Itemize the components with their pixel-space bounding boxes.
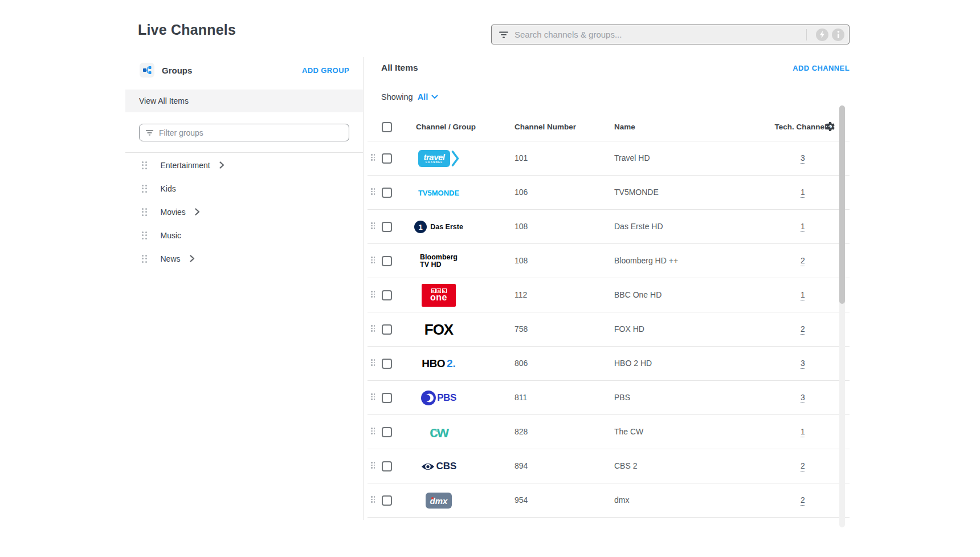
groups-tree-icon	[140, 63, 154, 78]
tech-channels-link[interactable]: 2	[801, 461, 805, 471]
row-checkbox[interactable]	[382, 222, 392, 232]
tech-channels-link[interactable]: 3	[801, 359, 805, 369]
table-row[interactable]: PBS 811 PBS 3	[368, 381, 850, 415]
group-item[interactable]: Movies	[125, 200, 363, 223]
table-row[interactable]: 1Das Erste 108 Das Erste HD 1	[368, 210, 850, 244]
row-checkbox[interactable]	[382, 153, 392, 164]
tech-channels-link[interactable]: 1	[801, 427, 805, 437]
drag-handle-icon[interactable]	[371, 496, 375, 503]
group-item[interactable]: News	[125, 247, 363, 270]
live-channels-page: Live Channels Group	[0, 0, 980, 557]
chevron-right-icon[interactable]	[195, 208, 200, 216]
tech-channels-link[interactable]: 2	[801, 324, 805, 335]
search-bar[interactable]	[491, 25, 850, 44]
channel-number-cell: 758	[514, 324, 528, 334]
group-item[interactable]: Kids	[125, 177, 363, 200]
table-row[interactable]: TV5MONDE 106 TV5MONDE 1	[368, 176, 850, 210]
drag-handle-icon[interactable]	[371, 393, 375, 400]
scrollbar[interactable]	[839, 105, 845, 527]
channel-number-cell: 811	[514, 393, 527, 402]
row-checkbox[interactable]	[382, 393, 392, 403]
drag-handle-icon[interactable]	[371, 291, 375, 298]
table-row[interactable]: cwTHE 828 The CW 1	[368, 415, 850, 449]
tech-channels-link[interactable]: 2	[801, 256, 805, 266]
channel-logo: travelCHANNEL	[412, 141, 466, 176]
channels-table: Channel / Group Channel Number Name Tech…	[368, 113, 850, 518]
filter-groups-field[interactable]	[139, 124, 349, 141]
group-item-label: Movies	[161, 208, 186, 217]
table-row[interactable]: CBS 894 CBS 2 2	[368, 449, 850, 483]
channel-logo: TV5MONDE	[412, 176, 466, 210]
tech-channels-link[interactable]: 3	[801, 393, 805, 403]
group-item[interactable]: Music	[125, 223, 363, 247]
channel-logo: BBCone	[412, 278, 466, 312]
showing-label: Showing	[381, 92, 413, 101]
groups-title: Groups	[162, 66, 192, 75]
drag-handle-icon[interactable]	[142, 208, 147, 216]
table-body: travelCHANNEL 101 Travel HD 3 TV5MONDE 1…	[368, 141, 850, 518]
channel-name-cell: FOX HD	[614, 324, 644, 334]
drag-handle-icon[interactable]	[371, 222, 375, 229]
drag-handle-icon[interactable]	[371, 462, 375, 469]
channel-number-cell: 806	[514, 359, 528, 368]
group-item-label: News	[161, 254, 181, 263]
row-checkbox[interactable]	[382, 461, 392, 471]
row-checkbox[interactable]	[382, 495, 392, 506]
chevron-right-icon[interactable]	[190, 255, 195, 262]
tech-channels-link[interactable]: 1	[801, 188, 805, 198]
channel-logo: cwTHE	[412, 415, 466, 449]
channel-number-cell: 112	[514, 290, 527, 299]
row-checkbox[interactable]	[382, 290, 392, 300]
channel-number-cell: 954	[514, 495, 528, 505]
panel-divider	[363, 57, 364, 520]
tech-channels-link[interactable]: 2	[801, 495, 805, 506]
row-checkbox[interactable]	[382, 359, 392, 369]
drag-handle-icon[interactable]	[371, 325, 375, 332]
channel-name-cell: Travel HD	[614, 153, 650, 162]
drag-handle-icon[interactable]	[371, 428, 375, 434]
chevron-right-icon[interactable]	[219, 161, 224, 169]
channel-logo: HBO2.	[412, 347, 466, 381]
gear-icon[interactable]	[824, 121, 836, 135]
lightning-icon[interactable]	[816, 29, 828, 41]
row-checkbox[interactable]	[382, 324, 392, 335]
chevron-down-icon[interactable]	[431, 95, 438, 99]
filter-groups-input[interactable]	[159, 128, 343, 137]
row-checkbox[interactable]	[382, 256, 392, 266]
drag-handle-icon[interactable]	[371, 257, 375, 263]
drag-handle-icon[interactable]	[371, 154, 375, 161]
drag-handle-icon[interactable]	[371, 188, 375, 195]
table-row[interactable]: HBO2. 806 HBO 2 HD 3	[368, 347, 850, 381]
table-row[interactable]: dmx 954 dmx 2	[368, 483, 850, 518]
tech-channels-link[interactable]: 3	[801, 153, 805, 164]
channel-number-cell: 101	[514, 153, 528, 162]
page-title: Live Channels	[138, 22, 236, 38]
drag-handle-icon[interactable]	[142, 231, 147, 239]
drag-handle-icon[interactable]	[142, 255, 147, 263]
row-checkbox[interactable]	[382, 188, 392, 198]
group-item[interactable]: Entertainment	[125, 153, 363, 177]
drag-handle-icon[interactable]	[371, 359, 375, 366]
tech-channels-link[interactable]: 1	[801, 222, 805, 232]
view-all-items[interactable]: View All Items	[125, 90, 363, 112]
table-header: Channel / Group Channel Number Name Tech…	[368, 113, 850, 141]
select-all-checkbox[interactable]	[382, 122, 392, 132]
table-row[interactable]: travelCHANNEL 101 Travel HD 3	[368, 141, 850, 176]
add-channel-button[interactable]: ADD CHANNEL	[793, 64, 850, 72]
row-checkbox[interactable]	[382, 427, 392, 437]
table-row[interactable]: BBCone 112 BBC One HD 1	[368, 278, 850, 312]
table-row[interactable]: BloombergTV HD 108 Bloomberg HD ++ 2	[368, 244, 850, 278]
table-row[interactable]: FOX 758 FOX HD 2	[368, 312, 850, 347]
scrollbar-thumb[interactable]	[839, 105, 845, 304]
drag-handle-icon[interactable]	[142, 161, 147, 169]
add-group-button[interactable]: ADD GROUP	[302, 66, 349, 75]
search-input[interactable]	[514, 30, 801, 39]
view-all-items-label: View All Items	[139, 96, 189, 105]
channel-logo: FOX	[412, 312, 466, 347]
channel-logo: dmx	[412, 483, 466, 518]
drag-handle-icon[interactable]	[142, 185, 147, 193]
showing-value-dropdown[interactable]: All	[418, 92, 428, 101]
channel-number-cell: 108	[514, 222, 528, 231]
info-icon[interactable]	[832, 29, 844, 41]
tech-channels-link[interactable]: 1	[801, 290, 805, 300]
